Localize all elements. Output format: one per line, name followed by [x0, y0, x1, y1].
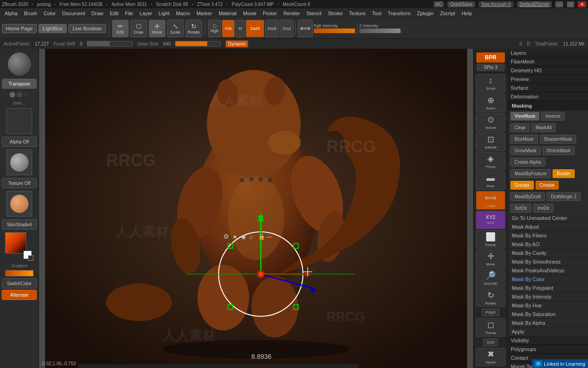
- zoom3d-btn[interactable]: 🔎 Zoom3D: [476, 269, 505, 288]
- zcut-btn[interactable]: Zcut: [280, 20, 294, 37]
- menu-file[interactable]: File: [122, 10, 136, 17]
- mask-by-color-btn[interactable]: Mask By Color: [508, 275, 588, 284]
- menu-color[interactable]: Color: [41, 10, 58, 17]
- xyz-btn[interactable]: XYZ XYZ: [476, 211, 505, 229]
- inverse-btn[interactable]: Inverse: [541, 112, 565, 121]
- mask-by-saturation-btn[interactable]: Mask By Saturation: [508, 310, 588, 319]
- lightbox-btn[interactable]: LightBox: [39, 24, 67, 33]
- xpose-btn[interactable]: ✖ Xpose: [476, 348, 505, 366]
- solo-btn[interactable]: Solo: [483, 339, 498, 346]
- menu-draw[interactable]: Draw: [89, 10, 106, 17]
- switch-color-btn[interactable]: SwitchColor: [2, 278, 37, 288]
- menu-zplugin[interactable]: Zplugin: [414, 10, 436, 17]
- home-page-btn[interactable]: Home Page: [2, 24, 37, 33]
- deformation-section[interactable]: Deformation: [508, 92, 588, 101]
- menu-tool[interactable]: Tool: [369, 10, 384, 17]
- menu-document[interactable]: Document: [59, 10, 88, 17]
- mask-by-intensity-btn[interactable]: Mask By Intensity: [508, 293, 588, 301]
- polyf-btn[interactable]: PolyF: [482, 309, 499, 316]
- transpose-btn[interactable]: Transpose: [2, 79, 37, 89]
- aahalf-btn[interactable]: ⊡ AAHalf: [476, 132, 505, 151]
- mask-by-hue-btn[interactable]: Mask By Hue: [508, 301, 588, 310]
- actual-btn[interactable]: ⊙ Actual: [476, 113, 505, 132]
- mask-by-ao-btn[interactable]: Mask By AO: [508, 240, 588, 249]
- layers-section[interactable]: Layers: [508, 49, 588, 58]
- edit-btn[interactable]: ✏ Edit: [112, 20, 129, 37]
- zsub-btn[interactable]: Zsub: [265, 20, 279, 37]
- fsk-btn[interactable]: Fsk: [222, 20, 235, 37]
- symmetry-icon-btn[interactable]: ⟺: [298, 20, 313, 37]
- gradient-strip[interactable]: [5, 270, 34, 276]
- preview-section[interactable]: Preview: [508, 75, 588, 84]
- minimize-icon[interactable]: ─: [555, 1, 563, 7]
- dynamic-btn[interactable]: Dynamic: [226, 40, 248, 47]
- zoom-btn[interactable]: ⊕ Zoom: [476, 93, 505, 112]
- move-btn[interactable]: ✛ Move: [149, 20, 165, 37]
- border-btn[interactable]: Border: [553, 169, 575, 178]
- visibility-section[interactable]: Visibility: [508, 336, 588, 345]
- menu-marker[interactable]: Marker: [194, 10, 215, 17]
- black-swatch[interactable]: [28, 255, 34, 261]
- menu-brush[interactable]: Brush: [21, 10, 40, 17]
- geometry-hd-section[interactable]: Geometry HD: [508, 66, 588, 75]
- spts-btn[interactable]: SPts 3: [476, 63, 505, 71]
- mask-all-btn[interactable]: MaskAll: [531, 123, 556, 132]
- zadd-btn[interactable]: Zadd: [246, 20, 264, 37]
- menu-zscript[interactable]: Zscript: [437, 10, 458, 17]
- default-zscript-btn[interactable]: DefaultZScript: [517, 1, 552, 7]
- rotate-view-btn[interactable]: ↻ Rotate: [476, 288, 505, 307]
- move-view-btn[interactable]: ✛ Move: [476, 249, 505, 268]
- alternate-btn[interactable]: Alternate: [2, 290, 37, 300]
- surface-section[interactable]: Surface: [508, 84, 588, 92]
- polygroups-section[interactable]: Polygroups: [508, 345, 588, 354]
- close-icon[interactable]: ✕: [578, 1, 586, 7]
- transp-btn[interactable]: ◻ Transp: [476, 318, 505, 336]
- set-dir-btn[interactable]: SetDir: [510, 204, 531, 213]
- mask-by-feature-btn[interactable]: MaskByFeature: [510, 169, 551, 178]
- mask-by-cavity-btn[interactable]: Mask By Cavity: [508, 249, 588, 258]
- crease-btn[interactable]: Crease: [536, 181, 559, 190]
- live-boolean-btn[interactable]: Live Boolean: [68, 24, 106, 33]
- mask-by-polypaint-btn[interactable]: Mask By Polypaint: [508, 284, 588, 293]
- menu-stroke[interactable]: Stroke: [325, 10, 345, 17]
- menu-macro[interactable]: Macro: [173, 10, 193, 17]
- clear-btn[interactable]: Clear: [510, 123, 530, 132]
- ac-label[interactable]: AC: [434, 1, 444, 7]
- apply-btn[interactable]: Apply: [508, 328, 588, 336]
- see-through-btn[interactable]: See-through 0: [479, 1, 513, 7]
- draw-size-slider[interactable]: [175, 41, 221, 46]
- groups-btn[interactable]: Groups: [510, 181, 534, 190]
- transpose-circle[interactable]: [8, 52, 31, 75]
- mgb-btn[interactable]: ⬡Mgb: [208, 20, 221, 37]
- lsym-btn[interactable]: ⟺ L.Sym: [476, 191, 505, 209]
- bpr-btn[interactable]: BPR: [476, 52, 505, 63]
- viewport[interactable]: ⚙ ★ ◉ ⌂ 🔒 — RRCG RRCG 人人素材 人人素材 RRCG 人人素…: [39, 49, 473, 368]
- create-alpha-btn[interactable]: Create Alpha: [510, 158, 545, 167]
- menu-material[interactable]: Material: [216, 10, 239, 17]
- skin-shade-btn[interactable]: SkinShade4: [2, 219, 37, 230]
- rgb-intensity-bar[interactable]: [314, 29, 355, 33]
- shrink-mask-btn[interactable]: ShrinkMask: [543, 146, 575, 155]
- menu-light[interactable]: Light: [156, 10, 172, 17]
- mask-by-fibers-btn[interactable]: Mask By Fibers: [508, 231, 588, 240]
- blur-mask-btn[interactable]: BlurMask: [510, 135, 538, 144]
- texture-off-btn[interactable]: Texture Off: [2, 178, 37, 188]
- draw-btn[interactable]: ⬡ Draw: [130, 20, 147, 37]
- menu-edit[interactable]: Edit: [107, 10, 121, 17]
- skin-shade-preview[interactable]: [6, 191, 32, 217]
- mask-by-alpha-btn[interactable]: Mask By Alpha: [508, 319, 588, 328]
- rotate-btn[interactable]: ↻ Rotate: [186, 20, 203, 37]
- menu-stencil[interactable]: Stencil: [304, 10, 324, 17]
- mask-adjust-btn[interactable]: Mask Adjust: [508, 223, 588, 231]
- floor-btn[interactable]: ▬ Floor: [476, 172, 505, 190]
- menu-help[interactable]: Help: [459, 10, 475, 17]
- texture-preview[interactable]: [6, 150, 32, 175]
- scroll-btn[interactable]: ↕ Scroll: [476, 74, 505, 92]
- z-intensity-bar[interactable]: [359, 29, 401, 33]
- grow-mask-btn[interactable]: GrowMask: [510, 146, 541, 155]
- inv-dir-btn[interactable]: InvDir: [533, 204, 554, 213]
- go-to-unmasked-center-btn[interactable]: Go To Unmasked Center: [508, 214, 588, 223]
- mask-by-draft-btn[interactable]: MaskByDraft: [510, 192, 545, 201]
- frame-btn[interactable]: ⬜ Frame: [476, 230, 505, 248]
- maximize-icon[interactable]: □: [567, 1, 574, 7]
